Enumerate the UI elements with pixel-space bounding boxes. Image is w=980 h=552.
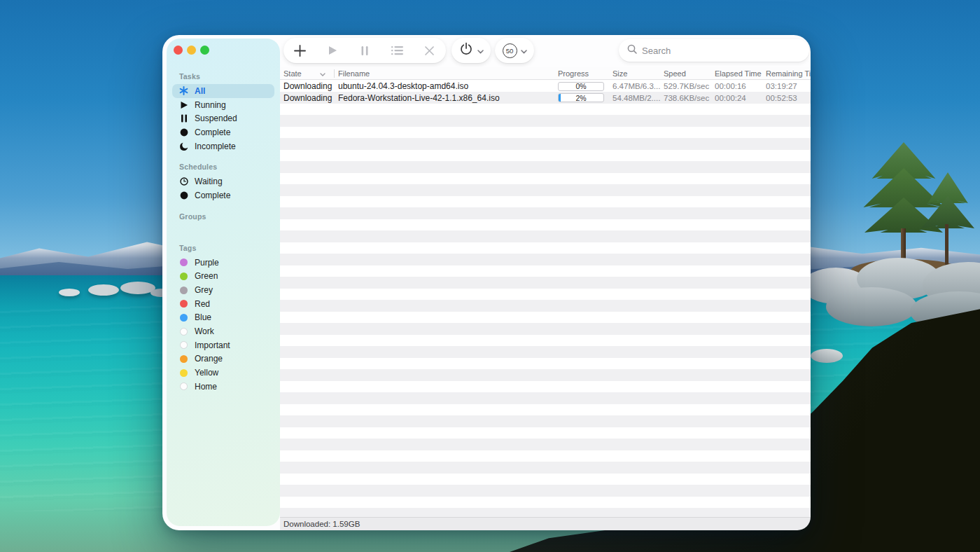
column-header-filename[interactable]: Filename: [338, 69, 558, 78]
speed-limit-button[interactable]: 50: [503, 43, 517, 58]
task-list: Downloading ubuntu-24.04.3-desktop-amd64…: [280, 81, 811, 517]
close-button[interactable]: [174, 46, 183, 55]
power-button[interactable]: [459, 42, 473, 59]
power-dropdown-chevron-icon[interactable]: [477, 44, 484, 57]
clock-icon: [179, 177, 188, 186]
cell-speed: 738.6KB/sec: [664, 94, 715, 102]
task-row[interactable]: Downloading ubuntu-24.04.3-desktop-amd64…: [280, 81, 811, 92]
resume-button[interactable]: [322, 40, 343, 61]
sidebar-item-label: Red: [195, 299, 210, 309]
column-header-speed[interactable]: Speed: [664, 69, 715, 78]
sidebar-item-tag-home[interactable]: Home: [172, 380, 274, 394]
pause-button[interactable]: [354, 40, 375, 61]
asterisk-icon: [179, 86, 188, 95]
tag-color-dot: [180, 258, 188, 266]
sort-chevron-icon: [320, 69, 326, 78]
sidebar-item-label: Complete: [195, 191, 230, 200]
sidebar-item-label: Orange: [195, 354, 223, 364]
column-header-elapsed-time[interactable]: Elapsed Time: [715, 69, 766, 78]
cell-filename: Fedora-Workstation-Live-42-1.1.x86_64.is…: [338, 93, 558, 103]
wallpaper-shore-rock: [826, 287, 917, 326]
remove-task-button[interactable]: [419, 40, 440, 61]
sidebar-item-label: Blue: [195, 312, 211, 322]
sidebar-item-waiting[interactable]: Waiting: [172, 174, 274, 188]
add-task-button[interactable]: [289, 40, 310, 61]
limit-dropdown-chevron-icon[interactable]: [521, 44, 527, 57]
sidebar-item-label: Complete: [195, 127, 230, 137]
sidebar-item-tag-orange[interactable]: Orange: [172, 352, 274, 366]
sidebar-item-tag-green[interactable]: Green: [172, 270, 274, 284]
section-title-tags: Tags: [172, 244, 274, 252]
sidebar-item-schedule-complete[interactable]: Complete: [172, 188, 274, 202]
tag-color-dot: [180, 300, 188, 308]
sidebar-item-tag-blue[interactable]: Blue: [172, 311, 274, 325]
cell-state: Downloading: [284, 93, 334, 103]
cell-filename: ubuntu-24.04.3-desktop-amd64.iso: [338, 81, 558, 91]
section-title-schedules: Schedules: [172, 163, 274, 171]
sidebar-item-tag-grey[interactable]: Grey: [172, 283, 274, 297]
pause-icon: [179, 114, 188, 123]
speed-limit-control: 50: [495, 38, 534, 63]
sidebar-item-tag-red[interactable]: Red: [172, 297, 274, 311]
window-controls: [174, 46, 209, 55]
task-list-button[interactable]: [386, 40, 407, 61]
sidebar-item-tag-important[interactable]: Important: [172, 338, 274, 352]
sidebar-item-all[interactable]: All: [172, 84, 274, 98]
speed-limit-value: 50: [506, 47, 514, 55]
tag-color-dot: [180, 382, 188, 390]
sidebar-item-label: Waiting: [195, 177, 223, 186]
cell-progress: 2%: [558, 93, 612, 102]
play-icon: [179, 100, 188, 109]
sidebar-item-label: Purple: [195, 258, 219, 268]
progress-label: 2%: [559, 94, 603, 102]
sidebar-item-label: Important: [195, 340, 230, 350]
cell-progress: 0%: [558, 82, 612, 91]
sidebar-item-tag-purple[interactable]: Purple: [172, 256, 274, 270]
main-content: 50 State: [280, 35, 811, 530]
cell-elapsed-time: 00:00:24: [715, 94, 766, 102]
sidebar-item-suspended[interactable]: Suspended: [172, 111, 274, 125]
zoom-button[interactable]: [200, 46, 209, 55]
sidebar-item-label: Yellow: [195, 368, 218, 378]
desktop: Tasks All Running Su: [0, 0, 980, 552]
column-header-size[interactable]: Size: [612, 69, 664, 78]
tag-color-dot: [180, 314, 188, 322]
sidebar-item-label: All: [195, 86, 205, 96]
circle-filled-icon: [179, 127, 188, 137]
minimize-button[interactable]: [187, 46, 196, 55]
sidebar-item-incomplete[interactable]: Incomplete: [172, 139, 274, 153]
progress-bar: 2%: [558, 93, 604, 102]
sidebar-item-tag-yellow[interactable]: Yellow: [172, 366, 274, 380]
tag-color-dot: [180, 341, 188, 349]
downloaded-total: Downloaded: 1.59GB: [284, 520, 360, 528]
search-icon: [627, 44, 637, 57]
sidebar: Tasks All Running Su: [167, 39, 280, 526]
sidebar-item-tag-work[interactable]: Work: [172, 324, 274, 338]
sidebar-item-complete[interactable]: Complete: [172, 125, 274, 139]
wallpaper-boulder: [59, 289, 80, 296]
section-title-groups: Groups: [172, 212, 274, 221]
search-field[interactable]: [619, 39, 809, 62]
download-manager-window: Tasks All Running Su: [162, 35, 811, 530]
column-header-remaining-time[interactable]: Remaining Ti…: [766, 69, 811, 78]
sidebar-item-label: Grey: [195, 285, 213, 295]
pine-tree-trunk: [945, 224, 948, 265]
sidebar-item-label: Home: [195, 382, 217, 392]
search-input[interactable]: [642, 46, 801, 56]
cell-state: Downloading: [284, 81, 334, 91]
toolbar: [284, 38, 446, 63]
sidebar-item-label: Incomplete: [195, 142, 236, 151]
tag-color-dot: [180, 328, 188, 336]
column-header-state[interactable]: State: [284, 69, 334, 78]
task-row[interactable]: Downloading Fedora-Workstation-Live-42-1…: [280, 92, 811, 104]
cell-remaining-time: 00:52:53: [766, 94, 811, 102]
tag-color-dot: [180, 355, 188, 363]
sidebar-item-label: Work: [195, 326, 214, 336]
column-header-progress[interactable]: Progress: [558, 69, 612, 78]
tag-color-dot: [180, 272, 188, 280]
sidebar-list: Tasks All Running Su: [167, 64, 280, 526]
sidebar-item-label: Green: [195, 271, 218, 281]
sidebar-item-running[interactable]: Running: [172, 98, 274, 112]
sidebar-item-label: Running: [195, 100, 226, 110]
status-bar: Downloaded: 1.59GB: [280, 517, 811, 530]
